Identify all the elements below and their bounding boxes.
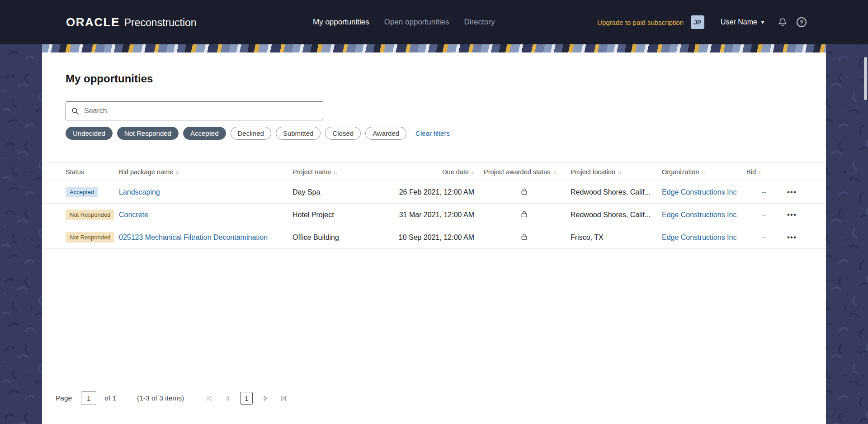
bid-package-link[interactable]: 025123 Mechanical Filtration Decontamina… <box>119 233 268 241</box>
filter-chip-submitted[interactable]: Submitted <box>276 127 321 140</box>
organization-cell: Edge Constructions Inc <box>662 226 746 249</box>
lock-icon <box>521 210 528 218</box>
column-label: Bid package name <box>119 168 173 176</box>
first-page-icon <box>206 395 212 402</box>
bid-package-cell: 025123 Mechanical Filtration Decontamina… <box>119 226 292 249</box>
organization-cell: Edge Constructions Inc <box>662 181 746 204</box>
bid-value: -- <box>762 188 767 196</box>
oracle-logo: ORACLE <box>66 15 120 29</box>
items-count-label: (1-3 of 3 items) <box>137 394 184 402</box>
table-header-row: Status Bid package name↑↓ Project name↑↓… <box>42 163 826 181</box>
column-label: Bid <box>746 168 756 176</box>
bid-package-cell: Concrete <box>119 204 292 226</box>
prev-page-button[interactable] <box>222 393 232 404</box>
status-badge: Not Responded <box>66 232 114 243</box>
table-row: Not Responded 025123 Mechanical Filtrati… <box>42 226 826 249</box>
user-menu[interactable]: User Name ▾ <box>721 18 764 26</box>
header-actions: Upgrade to paid subscription JP User Nam… <box>597 15 807 29</box>
lock-icon <box>521 188 528 195</box>
column-label: Project location <box>571 168 615 176</box>
column-header-project-name[interactable]: Project name↑↓ <box>292 163 383 181</box>
table-body: Accepted Landscaping Day Spa 26 Feb 2021… <box>42 181 826 249</box>
sort-icon[interactable]: ↑↓ <box>618 170 621 175</box>
last-page-icon <box>280 395 287 402</box>
sort-icon[interactable]: ↑↓ <box>175 170 179 175</box>
filter-chip-awarded[interactable]: Awarded <box>365 127 406 140</box>
opportunities-table: Status Bid package name↑↓ Project name↑↓… <box>42 162 826 249</box>
row-actions-button[interactable]: ••• <box>787 188 797 196</box>
filter-chip-undecided[interactable]: Undecided <box>66 127 113 140</box>
sort-icon[interactable]: ↑↓ <box>553 170 556 175</box>
help-icon: ? <box>797 17 807 27</box>
help-button[interactable]: ? <box>797 17 807 27</box>
project-location-cell: Redwood Shores, Calif... <box>571 181 662 204</box>
project-location-cell: Frisco, TX <box>571 226 662 249</box>
sort-icon[interactable]: ↑↓ <box>758 170 761 175</box>
last-page-button[interactable] <box>278 393 289 404</box>
bid-cell: -- <box>746 181 774 204</box>
page-title: My opportunities <box>66 72 826 85</box>
column-header-bid[interactable]: Bid↑↓ <box>746 163 774 181</box>
lock-icon <box>521 233 528 240</box>
avatar[interactable]: JP <box>691 15 704 29</box>
search-icon <box>71 107 79 115</box>
due-date-cell: 26 Feb 2021, 12:00 AM <box>383 181 478 204</box>
column-label: Organization <box>662 168 699 176</box>
status-badge: Accepted <box>66 187 98 197</box>
pagination: Page of 1 (1-3 of 3 items) 1 <box>56 391 826 405</box>
actions-cell: ••• <box>774 226 826 249</box>
column-header-project-location[interactable]: Project location↑↓ <box>571 163 662 181</box>
bid-value: -- <box>762 211 767 219</box>
scrollbar[interactable] <box>864 57 867 100</box>
filter-chip-not-responded[interactable]: Not Responded <box>117 127 179 140</box>
sort-icon[interactable]: ↑↓ <box>333 170 336 175</box>
organization-link[interactable]: Edge Constructions Inc <box>662 233 736 241</box>
sort-icon[interactable]: ↑↓ <box>701 170 704 175</box>
column-header-due-date[interactable]: Due date↑↓ <box>383 163 478 181</box>
column-label: Status <box>66 168 84 176</box>
filter-chip-declined[interactable]: Declined <box>231 127 271 140</box>
bid-cell: -- <box>746 204 774 226</box>
page-input[interactable] <box>81 391 96 405</box>
due-date-cell: 31 Mar 2021, 12:00 AM <box>383 204 478 226</box>
page-of-label: of 1 <box>104 394 116 402</box>
first-page-button[interactable] <box>204 393 214 404</box>
column-header-organization[interactable]: Organization↑↓ <box>662 163 746 181</box>
product-name: Preconstruction <box>124 17 197 29</box>
page-number-button[interactable]: 1 <box>240 392 253 405</box>
nav-open-opportunities[interactable]: Open opportunities <box>384 18 449 27</box>
bid-package-link[interactable]: Concrete <box>119 211 148 219</box>
clear-filters-link[interactable]: Clear filters <box>415 129 450 137</box>
actions-cell: ••• <box>774 181 826 204</box>
brand-logo: ORACLE Preconstruction <box>66 15 197 29</box>
bid-package-link[interactable]: Landscaping <box>119 188 160 196</box>
row-actions-button[interactable]: ••• <box>787 233 797 242</box>
pagination-nav: 1 <box>204 392 289 405</box>
bid-cell: -- <box>746 226 774 249</box>
notifications-button[interactable] <box>778 17 788 27</box>
next-page-button[interactable] <box>260 393 271 404</box>
nav-my-opportunities[interactable]: My opportunities <box>313 18 369 27</box>
bid-package-cell: Landscaping <box>119 181 292 204</box>
decorative-banner <box>42 44 826 52</box>
primary-nav: My opportunities Open opportunities Dire… <box>313 18 495 27</box>
nav-directory[interactable]: Directory <box>464 18 495 27</box>
organization-link[interactable]: Edge Constructions Inc <box>662 211 736 219</box>
awarded-status-cell <box>478 181 571 204</box>
filter-chip-closed[interactable]: Closed <box>325 127 361 140</box>
app-header: ORACLE Preconstruction My opportunities … <box>0 0 868 44</box>
table-header: Status Bid package name↑↓ Project name↑↓… <box>42 163 826 181</box>
status-cell: Not Responded <box>42 204 119 226</box>
user-name-label: User Name <box>721 18 757 26</box>
row-actions-button[interactable]: ••• <box>787 211 797 219</box>
column-header-bid-package-name[interactable]: Bid package name↑↓ <box>119 163 292 181</box>
organization-link[interactable]: Edge Constructions Inc <box>662 188 736 196</box>
bell-icon <box>778 17 788 27</box>
sort-icon[interactable]: ↑↓ <box>471 170 474 175</box>
table-row: Accepted Landscaping Day Spa 26 Feb 2021… <box>42 181 826 204</box>
upgrade-link[interactable]: Upgrade to paid subscription <box>597 19 684 26</box>
filter-chip-accepted[interactable]: Accepted <box>183 127 226 140</box>
column-header-project-awarded-status[interactable]: Project awarded status↑↓ <box>478 163 571 181</box>
search-input[interactable] <box>83 106 317 115</box>
content-card: My opportunities Undecided Not Responded… <box>42 52 826 424</box>
